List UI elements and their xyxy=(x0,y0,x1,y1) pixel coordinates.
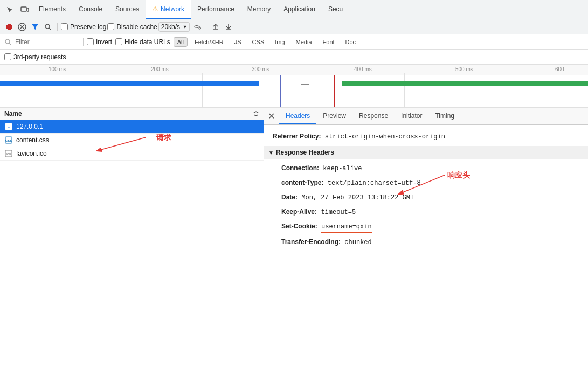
detail-tabs: ✕ Headers Preview Response Initiator Tim… xyxy=(264,108,588,125)
section-triangle: ▼ xyxy=(268,150,274,156)
filter-js-button[interactable]: JS xyxy=(231,37,245,47)
timeline-bars: — xyxy=(0,75,588,107)
header-set-cookie: Set-Cookie: username=qxin xyxy=(273,219,579,235)
svg-point-5 xyxy=(45,24,50,29)
tab-performance[interactable]: Performance xyxy=(191,0,241,19)
svg-rect-1 xyxy=(27,8,29,11)
filter-img-button[interactable]: Img xyxy=(271,37,288,47)
third-party-row: 3rd-party requests xyxy=(0,50,588,65)
timeline-area: 100 ms 200 ms 300 ms 400 ms 500 ms 600 — xyxy=(0,65,588,108)
preserve-log-input[interactable] xyxy=(61,23,68,30)
content-type-val: text/plain;charset=utf-8 xyxy=(328,179,421,187)
tab-network[interactable]: ⚠ Network xyxy=(146,0,191,19)
record-button[interactable]: ⏺ xyxy=(3,21,15,33)
header-date: Date: Mon, 27 Feb 2023 13:18:22 GMT xyxy=(273,190,579,205)
filter-button[interactable] xyxy=(29,21,41,33)
detail-tab-response[interactable]: Response xyxy=(352,108,395,124)
ruler-400ms: 400 ms xyxy=(354,66,372,72)
html-file-icon: ≡ xyxy=(4,122,13,131)
detail-tab-preview[interactable]: Preview xyxy=(316,108,352,124)
file-row-favicon[interactable]: ICO favicon.ico xyxy=(0,147,264,161)
tab-elements[interactable]: Elements xyxy=(32,0,72,19)
network-conditions-button[interactable] xyxy=(191,21,203,33)
svg-point-11 xyxy=(5,39,10,44)
response-headers-section[interactable]: ▼ Response Headers xyxy=(264,146,588,159)
header-connection: Connection: keep-alive xyxy=(273,161,579,176)
ruler-600: 600 xyxy=(555,66,564,72)
third-party-input[interactable] xyxy=(4,53,11,60)
invert-checkbox[interactable]: Invert xyxy=(87,38,112,46)
disable-cache-input[interactable] xyxy=(107,23,114,30)
tab-sources[interactable]: Sources xyxy=(109,0,146,19)
ruler-300ms: 300 ms xyxy=(252,66,269,72)
toolbar-separator-1 xyxy=(57,23,58,31)
tab-console[interactable]: Console xyxy=(72,0,109,19)
timeline-bar-request xyxy=(0,81,259,86)
filter-all-button[interactable]: All xyxy=(174,37,188,47)
sort-icon[interactable] xyxy=(253,110,259,117)
file-list: ≡ 127.0.0.1 CSS content.css ICO favicon.… xyxy=(0,120,264,382)
hide-data-urls-checkbox[interactable]: Hide data URLs xyxy=(115,38,170,46)
referrer-policy-val: strict-origin-when-cross-origin xyxy=(325,133,445,141)
transfer-encoding-val: chunked xyxy=(344,239,371,246)
detail-tab-timing[interactable]: Timing xyxy=(428,108,461,124)
detail-tab-initiator[interactable]: Initiator xyxy=(395,108,428,124)
tab-security[interactable]: Secu xyxy=(322,0,349,19)
detail-close-button[interactable]: ✕ xyxy=(264,109,279,124)
set-cookie-val: username=qxin xyxy=(321,222,372,233)
connection-key: Connection: xyxy=(281,164,319,172)
referrer-policy-entry: Referrer Policy: strict-origin-when-cros… xyxy=(273,129,579,144)
file-name-favicon: favicon.ico xyxy=(16,150,47,157)
stop-recording-button[interactable] xyxy=(16,21,28,33)
svg-text:CSS: CSS xyxy=(5,139,12,142)
file-row-127[interactable]: ≡ 127.0.0.1 xyxy=(0,120,264,134)
ruler-100ms: 100 ms xyxy=(49,66,66,72)
ruler-200ms: 200 ms xyxy=(151,66,169,72)
svg-line-8 xyxy=(199,26,200,29)
disable-cache-checkbox[interactable]: Disable cache xyxy=(107,23,157,31)
filter-font-button[interactable]: Font xyxy=(319,37,338,47)
filter-input[interactable] xyxy=(15,38,80,46)
cursor-icon[interactable] xyxy=(2,2,17,17)
header-transfer-encoding: Transfer-Encoding: chunked xyxy=(273,235,579,249)
keep-alive-key: Keep-Alive: xyxy=(281,208,317,216)
file-row-content-css[interactable]: CSS content.css xyxy=(0,134,264,147)
filter-doc-button[interactable]: Doc xyxy=(342,37,360,47)
devtools-tab-bar: Elements Console Sources ⚠ Network Perfo… xyxy=(0,0,588,19)
export-button[interactable] xyxy=(210,21,222,33)
search-button[interactable] xyxy=(42,21,54,33)
keep-alive-val: timeout=5 xyxy=(321,209,356,216)
ico-file-icon: ICO xyxy=(4,149,13,158)
hide-data-urls-input[interactable] xyxy=(115,38,122,45)
timeline-vline-blue xyxy=(280,75,281,108)
header-content-type: content-Type: text/plain;charset=utf-8 xyxy=(273,176,579,190)
third-party-checkbox[interactable]: 3rd-party requests xyxy=(4,53,66,61)
file-panel-header: Name xyxy=(0,108,264,120)
invert-input[interactable] xyxy=(87,38,94,45)
date-val: Mon, 27 Feb 2023 13:18:22 GMT xyxy=(301,194,414,202)
response-headers-label: Response Headers xyxy=(276,149,334,156)
main-content: Name ≡ 127.0.0.1 CSS content.css ICO xyxy=(0,108,588,382)
filter-css-button[interactable]: CSS xyxy=(248,37,268,47)
file-name-127: 127.0.0.1 xyxy=(16,123,43,130)
tab-application[interactable]: Application xyxy=(277,0,322,19)
filter-separator xyxy=(83,38,84,46)
detail-panel: ✕ Headers Preview Response Initiator Tim… xyxy=(264,108,588,382)
preserve-log-checkbox[interactable]: Preserve log xyxy=(61,23,106,31)
warning-icon: ⚠ xyxy=(152,5,158,13)
set-cookie-key: Set-Cookie: xyxy=(281,223,317,230)
svg-text:ICO: ICO xyxy=(6,152,11,156)
date-key: Date: xyxy=(281,193,298,201)
import-button[interactable] xyxy=(223,21,234,33)
timeline-bar-response xyxy=(342,81,588,86)
tab-memory[interactable]: Memory xyxy=(241,0,277,19)
ruler-500ms: 500 ms xyxy=(455,66,473,72)
filter-media-button[interactable]: Media xyxy=(292,37,316,47)
svg-rect-0 xyxy=(21,7,26,11)
detail-tab-headers[interactable]: Headers xyxy=(279,108,316,124)
header-keep-alive: Keep-Alive: timeout=5 xyxy=(273,205,579,219)
referrer-policy-key: Referrer Policy: xyxy=(273,133,321,140)
throttle-select[interactable]: 20kb/s xyxy=(158,22,190,32)
device-toggle-icon[interactable] xyxy=(17,2,32,17)
filter-fetch-xhr-button[interactable]: Fetch/XHR xyxy=(191,37,227,47)
